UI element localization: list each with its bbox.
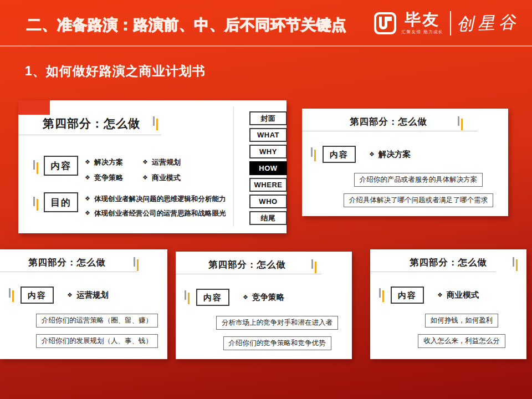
outline-item-where: WHERE — [249, 178, 287, 192]
double-bar-icon — [458, 116, 463, 130]
bullet-label: 商业模式 — [152, 173, 181, 182]
diamond-bullet-icon: ❖ — [85, 158, 90, 165]
label-box-content: 内容 — [323, 146, 356, 163]
detail-box: 介绍具体解决了哪个问题或者满足了哪个需求 — [344, 193, 493, 207]
outline-item-what: WHAT — [249, 128, 287, 142]
bullet-item: ❖解决方案 — [85, 157, 142, 167]
corner-accent — [18, 100, 50, 115]
u-glyph-icon — [379, 17, 387, 29]
label-box-content: 内容 — [44, 156, 78, 176]
outline-item-how-active: HOW — [249, 161, 287, 175]
bullet-item: ❖运营规划 — [142, 157, 200, 167]
bullet-label: 体现创业者经营公司的运营思路和战略眼光 — [94, 209, 226, 217]
slide-heading: 二、准备路演：路演前、中、后不同环节关键点 — [27, 15, 347, 35]
slide-title: 第四部分：怎么做 — [0, 257, 134, 269]
topic-label: ❖商业模式 — [437, 290, 479, 300]
title-underline — [176, 274, 321, 274]
detail-box: 介绍你们的竞争策略和竞争优势 — [223, 336, 331, 350]
biyou-brand: 毕友 — [405, 12, 440, 28]
bullet-label: 体现创业者解决问题的思维逻辑和分析能力 — [94, 195, 226, 203]
slide-canvas: 二、准备路演：路演前、中、后不同环节关键点 毕友 汇聚友情 助力成长 创星谷 1… — [0, 0, 532, 399]
slide-title: 第四部分：怎么做 — [381, 257, 515, 269]
outline-item-end: 结尾 — [249, 211, 287, 225]
bp-outline-list: 封面 WHAT WHY HOW WHERE WHO 结尾 — [249, 111, 287, 225]
title-underline — [18, 135, 161, 135]
double-bar-icon — [311, 259, 316, 273]
title-underline — [302, 131, 478, 131]
square-dot-icon — [387, 17, 392, 21]
double-bar-icon — [513, 257, 518, 271]
label-box-content: 内容 — [21, 287, 54, 304]
diamond-bullet-icon: ❖ — [243, 294, 248, 300]
slide-title: 第四部分：怎么做 — [30, 116, 152, 131]
title-underline — [0, 272, 137, 272]
detail-box: 介绍你们的发展规划（人、事、钱） — [36, 334, 158, 348]
bullet-label: 运营规划 — [152, 158, 181, 166]
detail-box: 收入怎么来，利益怎么分 — [418, 334, 505, 348]
diamond-bullet-icon: ❖ — [437, 291, 443, 298]
topic-label: ❖解决方案 — [369, 149, 411, 160]
brand-divider — [450, 11, 451, 35]
bullet-item: ❖商业模式 — [142, 173, 200, 183]
slide-title: 第四部分：怎么做 — [302, 116, 475, 128]
slide-thumbnail-overview: 第四部分：怎么做 内容 ❖解决方案 ❖运营规划 ❖竞争策略 ❖商业模式 目的 ❖… — [18, 100, 287, 233]
bullet-item: ❖体现创业者解决问题的思维逻辑和分析能力 — [85, 195, 226, 204]
diamond-bullet-icon: ❖ — [142, 158, 148, 165]
double-bar-icon — [311, 147, 316, 161]
bullet-item: ❖竞争策略 — [85, 173, 142, 183]
label-box-content: 内容 — [391, 287, 424, 304]
label-box-purpose: 目的 — [44, 192, 78, 212]
biyou-logo-icon — [374, 12, 396, 34]
outline-item-who: WHO — [249, 195, 287, 208]
bullet-item: ❖体现创业者经营公司的运营思路和战略眼光 — [85, 209, 226, 218]
slide-title: 第四部分：怎么做 — [176, 259, 319, 271]
outline-item-why: WHY — [249, 145, 287, 158]
brand-logo: 毕友 汇聚友情 助力成长 创星谷 — [374, 11, 520, 35]
double-bar-icon — [9, 288, 14, 302]
diamond-bullet-icon: ❖ — [85, 174, 90, 181]
diamond-bullet-icon: ❖ — [142, 174, 148, 181]
diamond-bullet-icon: ❖ — [369, 151, 375, 157]
slide-thumbnail-business-model: 第四部分：怎么做 内容 ❖商业模式 如何挣钱，如何盈利 收入怎么来，利益怎么分 — [370, 249, 526, 359]
double-bar-icon — [33, 197, 38, 211]
topic-label: ❖竞争策略 — [243, 292, 284, 303]
bullet-label: 竞争策略 — [94, 173, 123, 182]
slide-thumbnail-competition: 第四部分：怎么做 内容 ❖竞争策略 分析市场上的竞争对手和潜在进入者 介绍你们的… — [176, 252, 352, 359]
detail-box: 分析市场上的竞争对手和潜在进入者 — [216, 316, 338, 330]
double-bar-icon — [33, 160, 38, 174]
diamond-bullet-icon: ❖ — [85, 195, 90, 202]
detail-box: 介绍你们的运营策略（圈、留、赚） — [36, 314, 158, 328]
content-bullet-grid: ❖解决方案 ❖运营规划 ❖竞争策略 ❖商业模式 — [85, 157, 200, 183]
diamond-bullet-icon: ❖ — [85, 209, 90, 216]
slide-thumbnail-solution: 第四部分：怎么做 内容 ❖解决方案 介绍你的产品或者服务的具体解决方案 介绍具体… — [302, 109, 508, 216]
double-bar-icon — [185, 290, 190, 304]
label-box-content: 内容 — [196, 289, 229, 306]
purpose-bullet-list: ❖体现创业者解决问题的思维逻辑和分析能力 ❖体现创业者经营公司的运营思路和战略眼… — [85, 195, 226, 218]
biyou-slogan: 汇聚友情 助力成长 — [401, 29, 443, 35]
outline-item-cover: 封面 — [249, 111, 287, 125]
slide-thumbnail-operation: 第四部分：怎么做 内容 ❖运营规划 介绍你们的运营策略（圈、留、赚） 介绍你们的… — [0, 249, 167, 359]
detail-box: 介绍你的产品或者服务的具体解决方案 — [354, 173, 483, 187]
chuangxinggu-brand: 创星谷 — [456, 11, 520, 36]
section-subtitle: 1、如何做好路演之商业计划书 — [25, 63, 206, 80]
double-bar-icon — [153, 116, 158, 130]
topic-label: ❖运营规划 — [67, 290, 109, 300]
double-bar-icon — [134, 257, 139, 271]
title-underline — [370, 272, 496, 272]
detail-box: 如何挣钱，如何盈利 — [425, 314, 499, 328]
header-bar: 二、准备路演：路演前、中、后不同环节关键点 毕友 汇聚友情 助力成长 创星谷 — [0, 0, 532, 47]
bullet-label: 解决方案 — [94, 158, 123, 166]
diamond-bullet-icon: ❖ — [67, 291, 73, 298]
vertical-divider — [233, 107, 234, 227]
double-bar-icon — [379, 288, 384, 302]
